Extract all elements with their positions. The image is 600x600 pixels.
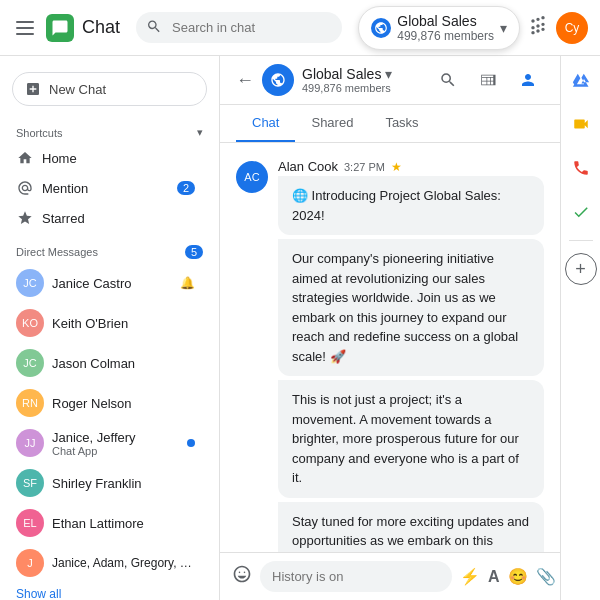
shortcuts-expand[interactable]: ▾ (197, 126, 203, 139)
message-meta-alan: Alan Cook 3:27 PM ★ (278, 159, 544, 174)
add-emoji-button[interactable] (232, 564, 252, 589)
main-layout: New Chat Shortcuts ▾ Home Mention 2 (0, 56, 600, 600)
dm-jason-label: Jason Colman (52, 356, 195, 371)
grid-icon[interactable] (528, 16, 548, 40)
chat-header-name: Global Sales ▾ (302, 66, 424, 82)
home-icon (16, 149, 34, 167)
home-label: Home (42, 151, 195, 166)
message-text-alan-2: Our company's pioneering initiative aime… (278, 239, 544, 376)
message-text-alan-4: Stay tuned for more exciting updates and… (278, 502, 544, 553)
dm-ethan-label: Ethan Lattimore (52, 516, 195, 531)
dm-shirley[interactable]: SF Shirley Franklin (0, 463, 211, 503)
dm-roger[interactable]: RN Roger Nelson (0, 383, 211, 423)
avatar-janice-castro: JC (16, 269, 44, 297)
gdrive-icon[interactable] (565, 64, 597, 96)
globe-icon (371, 18, 391, 38)
input-actions: ⚡ A 😊 📎 ⬆ 📷 (460, 567, 560, 586)
meet-icon[interactable] (565, 108, 597, 140)
message-text-alan-3: This is not just a project; it's a movem… (278, 380, 544, 498)
chat-logo (46, 14, 74, 42)
sidebar-item-home[interactable]: Home (0, 143, 211, 173)
shortcuts-label: Shortcuts ▾ (0, 122, 219, 143)
shortcuts-section: Shortcuts ▾ Home Mention 2 Star (0, 122, 219, 233)
menu-icon[interactable] (12, 17, 38, 39)
mention-badge: 2 (177, 181, 195, 195)
dm-ethan[interactable]: EL Ethan Lattimore (0, 503, 211, 543)
emoji-icon[interactable]: 😊 (508, 567, 528, 586)
messages-area: AC Alan Cook 3:27 PM ★ 🌐 Introducing Pro… (220, 143, 560, 552)
chat-area: ← Global Sales ▾ 499,876 members (220, 56, 560, 600)
attach-icon[interactable]: 📎 (536, 567, 556, 586)
show-all-dm[interactable]: Show all (0, 583, 219, 600)
header-chevron[interactable]: ▾ (385, 66, 392, 82)
dm-janice-jeffery-sub: Chat App (52, 445, 179, 457)
chat-header-avatar (262, 64, 294, 96)
starred-label: Starred (42, 211, 195, 226)
message-author-alan: Alan Cook (278, 159, 338, 174)
janice-jeffery-badge (187, 439, 195, 447)
chat-tabs: Chat Shared Tasks (220, 105, 560, 143)
dm-janice-castro-label: Janice Castro (52, 276, 172, 291)
sidebar-item-starred[interactable]: Starred (0, 203, 211, 233)
dm-janice-castro[interactable]: JC Janice Castro 🔔 (0, 263, 211, 303)
new-chat-label: New Chat (49, 82, 106, 97)
layout-icon[interactable] (472, 64, 504, 96)
new-chat-button[interactable]: New Chat (12, 72, 207, 106)
avatar-group: J (16, 549, 44, 577)
search-input[interactable] (136, 12, 342, 43)
global-sales-pill[interactable]: Global Sales 499,876 members ▾ (358, 6, 520, 50)
dm-janice-jeffery-label: Janice, Jeffery (52, 430, 179, 445)
star-icon-alan: ★ (391, 160, 402, 174)
chat-header-actions (432, 64, 544, 96)
person-icon[interactable] (512, 64, 544, 96)
global-sales-pill-text: Global Sales 499,876 members (397, 13, 494, 43)
dm-keith-label: Keith O'Brien (52, 316, 195, 331)
dm-keith[interactable]: KO Keith O'Brien (0, 303, 211, 343)
user-avatar[interactable]: Cy (556, 12, 588, 44)
message-text-alan-1: 🌐 Introducing Project Global Sales: 2024… (278, 176, 544, 235)
message-input[interactable] (272, 569, 440, 584)
top-bar: Chat Global Sales 499,876 members ▾ Cy (0, 0, 600, 56)
message-time-alan: 3:27 PM (344, 161, 385, 173)
dm-label: Direct Messages 5 (0, 241, 219, 263)
global-sales-members: 499,876 members (397, 29, 494, 43)
dm-group[interactable]: J Janice, Adam, Gregory, Benj... (0, 543, 211, 583)
dm-count: 5 (185, 245, 203, 259)
global-sales-name: Global Sales (397, 13, 494, 29)
add-app-icon[interactable]: + (565, 253, 597, 285)
app-title: Chat (82, 17, 120, 38)
divider (569, 240, 593, 241)
phone-icon[interactable] (565, 152, 597, 184)
avatar-jason: JC (16, 349, 44, 377)
input-field-wrap (260, 561, 452, 592)
search-bar (136, 12, 342, 43)
chat-header-info: Global Sales ▾ 499,876 members (302, 66, 424, 94)
input-area: ⚡ A 😊 📎 ⬆ 📷 (220, 552, 560, 600)
dm-shirley-label: Shirley Franklin (52, 476, 195, 491)
search-header-icon[interactable] (432, 64, 464, 96)
tab-chat[interactable]: Chat (236, 105, 295, 142)
avatar-alan-cook: AC (236, 161, 268, 193)
star-icon (16, 209, 34, 227)
avatar-ethan: EL (16, 509, 44, 537)
dm-janice-jeffery[interactable]: JJ Janice, Jeffery Chat App (0, 423, 211, 463)
mention-icon (16, 179, 34, 197)
dm-group-label: Janice, Adam, Gregory, Benj... (52, 556, 195, 570)
dm-section: Direct Messages 5 JC Janice Castro 🔔 KO … (0, 241, 219, 600)
format-text-icon[interactable]: A (488, 568, 500, 586)
top-bar-left: Chat (12, 14, 120, 42)
right-panel: + (560, 56, 600, 600)
chat-header-members: 499,876 members (302, 82, 424, 94)
avatar-janice-jeffery: JJ (16, 429, 44, 457)
top-bar-right: Global Sales 499,876 members ▾ Cy (358, 6, 588, 50)
tasks-icon[interactable] (565, 196, 597, 228)
lightning-icon[interactable]: ⚡ (460, 567, 480, 586)
tab-tasks[interactable]: Tasks (369, 105, 434, 142)
tab-shared[interactable]: Shared (295, 105, 369, 142)
sidebar-item-mention[interactable]: Mention 2 (0, 173, 211, 203)
avatar-shirley: SF (16, 469, 44, 497)
mention-label: Mention (42, 181, 169, 196)
back-button[interactable]: ← (236, 70, 254, 91)
mute-janice: 🔔 (180, 276, 195, 290)
dm-jason[interactable]: JC Jason Colman (0, 343, 211, 383)
